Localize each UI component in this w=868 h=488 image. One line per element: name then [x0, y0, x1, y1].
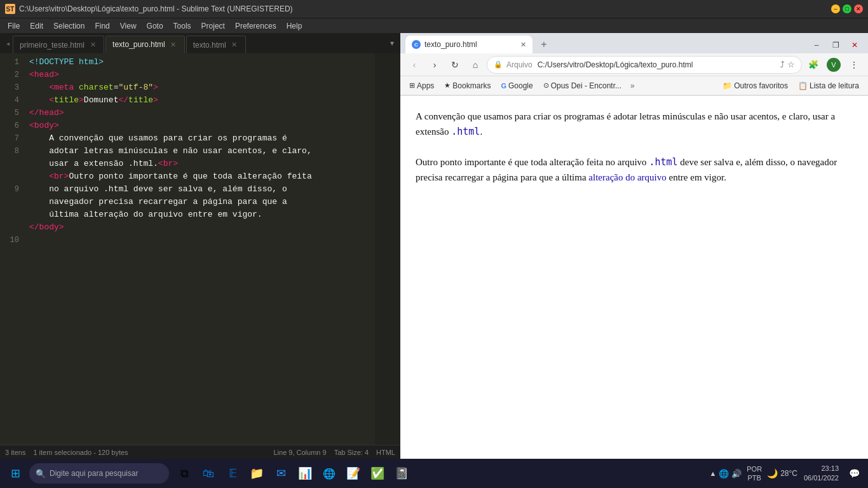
status-syntax: HTML [376, 449, 395, 456]
search-bar[interactable]: 🔍 Digite aqui para pesquisar [29, 463, 169, 484]
tab-texto[interactable]: texto.html ✕ [186, 36, 246, 53]
menu-find[interactable]: Find [90, 20, 114, 32]
tab-texto-puro-label: texto_puro.html [112, 40, 165, 49]
browser-content: A convenção que usamos para criar os pro… [400, 96, 868, 459]
editor-panel: ◂ primeiro_teste.html ✕ texto_puro.html … [0, 33, 400, 459]
address-arquivo-label: Arquivo [506, 60, 532, 69]
tab-primeiro[interactable]: primeiro_teste.html ✕ [13, 36, 104, 53]
language-indicator[interactable]: POR PTB [744, 464, 764, 483]
browser-tab[interactable]: C texto_puro.html ✕ [405, 36, 532, 53]
apps-grid-icon: ⊞ [409, 81, 415, 90]
tab-primeiro-label: primeiro_teste.html [20, 41, 85, 50]
edge-icon[interactable]: 𝔼 [221, 462, 244, 485]
mail-icon[interactable]: ✉ [269, 462, 292, 485]
code-line-2: <head> [29, 69, 370, 81]
bookmark-bookmarks[interactable]: ★ Bookmarks [440, 79, 494, 92]
outros-favoritos[interactable]: 📁 Outros favoritos [719, 79, 792, 92]
tab-texto-puro-close[interactable]: ✕ [169, 40, 178, 49]
store-icon[interactable]: 🛍 [197, 462, 220, 485]
bookmark-apps[interactable]: ⊞ Apps [405, 79, 438, 92]
language-variant: PTB [747, 473, 762, 482]
code-editor[interactable]: 1 2 3 4 5 6 7 8 8 8 9 9 9 9 10 <!DOCTYPE… [0, 53, 400, 445]
menu-view[interactable]: View [115, 20, 142, 32]
browser-tab-close[interactable]: ✕ [520, 41, 526, 49]
clock-time: 23:13 [804, 464, 839, 473]
back-button[interactable]: ‹ [405, 56, 423, 74]
menu-goto[interactable]: Goto [142, 20, 168, 32]
tabs-arrow[interactable]: ▾ [386, 39, 398, 48]
network-icon: 🌐 [719, 469, 729, 478]
code-line-5: <title>Domunet</title> [29, 94, 370, 107]
home-button[interactable]: ⌂ [466, 56, 484, 74]
bookmarks-more-button[interactable]: » [628, 79, 637, 92]
forward-button[interactable]: › [426, 56, 444, 74]
bookmark-star-icon[interactable]: ☆ [787, 60, 795, 69]
browser-menu-button[interactable]: ⋮ [845, 56, 863, 74]
code-line-3: <meta charset="utf-8"> [29, 81, 370, 94]
bookmark-opusdei[interactable]: ⊙ Opus Dei - Encontr... [539, 79, 625, 92]
menu-tools[interactable]: Tools [168, 20, 196, 32]
bookmarks-bar: ⊞ Apps ★ Bookmarks G Google ⊙ Opus Dei -… [400, 76, 868, 95]
menu-project[interactable]: Project [196, 20, 230, 32]
tab-texto-puro[interactable]: texto_puro.html ✕ [105, 36, 185, 53]
browser-minimize[interactable]: – [808, 37, 825, 53]
menu-help[interactable]: Help [281, 20, 308, 32]
extensions-button[interactable]: 🧩 [804, 56, 822, 74]
minimize-button[interactable]: – [831, 4, 840, 13]
sublime-icon[interactable]: 📝 [342, 462, 365, 485]
code-line-8c: usar a extensão .html.<br> [29, 158, 370, 170]
content-code-html2: .html [649, 156, 677, 168]
files-icon[interactable]: 📁 [245, 462, 268, 485]
onenote-icon[interactable]: 📓 [390, 462, 413, 485]
tab-texto-close[interactable]: ✕ [230, 41, 239, 50]
folder-icon: 📁 [722, 81, 732, 90]
close-button[interactable]: ✕ [854, 4, 863, 13]
gutter-toggle[interactable]: ◂ [3, 40, 13, 47]
status-items: 3 itens [5, 449, 25, 456]
tab-texto-label: texto.html [193, 41, 226, 50]
taskview-icon[interactable]: ⧉ [173, 462, 196, 485]
taskbar-icons: ⧉ 🛍 𝔼 📁 ✉ 📊 🌐 📝 ✅ 📓 [173, 462, 413, 485]
todo-icon[interactable]: ✅ [366, 462, 389, 485]
title-bar: ST C:\Users\vitro\Desktop\Lógica\texto_p… [0, 0, 868, 18]
code-line-8b: adotar letras minúsculas e não usar acen… [29, 145, 370, 158]
search-placeholder: Digite aqui para pesquisar [50, 469, 138, 478]
menu-file[interactable]: File [3, 20, 25, 32]
share-icon[interactable]: ⤴ [780, 60, 785, 69]
notification-button[interactable]: 💬 [845, 464, 863, 482]
temperature: 28°C [780, 469, 797, 478]
status-position: Line 9, Column 9 [273, 449, 326, 456]
start-button[interactable]: ⊞ [3, 461, 28, 486]
chrome-icon[interactable]: 🌐 [318, 462, 341, 485]
browser-close[interactable]: ✕ [846, 37, 863, 53]
clock[interactable]: 23:13 06/01/2022 [800, 464, 843, 484]
browser-window-controls: – ❐ ✕ [808, 37, 863, 53]
new-tab-button[interactable]: + [535, 36, 553, 53]
lista-leitura[interactable]: 📋 Lista de leitura [794, 79, 863, 92]
menu-preferences[interactable]: Preferences [230, 20, 281, 32]
menu-selection[interactable]: Selection [48, 20, 90, 32]
weather-indicator: 🌙 28°C [767, 468, 797, 478]
tray-up-arrow[interactable]: ▲ [709, 470, 716, 477]
maximize-button[interactable]: □ [843, 4, 851, 13]
menu-bar: File Edit Selection Find View Goto Tools… [0, 18, 868, 33]
profile-button[interactable]: V [825, 56, 843, 74]
tab-primeiro-close[interactable]: ✕ [88, 41, 97, 50]
main-area: ◂ primeiro_teste.html ✕ texto_puro.html … [0, 33, 868, 459]
menu-edit[interactable]: Edit [25, 20, 48, 32]
browser-chrome: C texto_puro.html ✕ + – ❐ ✕ ‹ › ↻ ⌂ [400, 33, 868, 96]
content-code-html: .html [451, 126, 480, 137]
excel-icon[interactable]: 📊 [294, 462, 316, 485]
code-content[interactable]: <!DOCTYPE html> <head> <meta charset="ut… [24, 53, 375, 445]
code-line-9c: navegador precisa recarregar a página pa… [29, 196, 370, 208]
code-line-9a: <br>Outro ponto importante é que toda al… [29, 170, 370, 183]
refresh-button[interactable]: ↻ [446, 56, 464, 74]
star-icon: ★ [444, 81, 451, 90]
browser-restore[interactable]: ❐ [827, 37, 844, 53]
window-controls: – □ ✕ [831, 4, 863, 13]
bookmark-google[interactable]: G Google [497, 79, 536, 92]
system-tray: ▲ 🌐 🔊 [709, 469, 742, 478]
tabs-bar: ◂ primeiro_teste.html ✕ texto_puro.html … [0, 33, 400, 53]
volume-icon[interactable]: 🔊 [731, 469, 742, 478]
address-bar[interactable]: 🔒 Arquivo C:/Users/vitro/Desktop/Lógica/… [487, 56, 802, 74]
